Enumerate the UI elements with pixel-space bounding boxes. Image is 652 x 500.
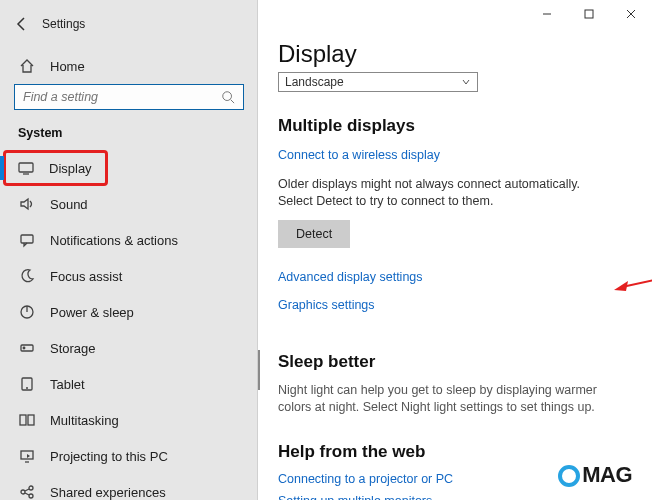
settings-sidebar: Settings Home System bbox=[0, 0, 258, 500]
detect-button[interactable]: Detect bbox=[278, 220, 350, 248]
logo-text: MAG bbox=[582, 462, 632, 488]
tablet-icon bbox=[18, 375, 36, 393]
svg-point-12 bbox=[29, 494, 33, 498]
back-button[interactable] bbox=[8, 10, 36, 38]
sidebar-item-focus[interactable]: Focus assist bbox=[0, 258, 258, 294]
multiple-displays-heading: Multiple displays bbox=[278, 116, 636, 136]
project-icon bbox=[18, 447, 36, 465]
sleep-better-heading: Sleep better bbox=[278, 352, 636, 372]
dropdown-value: Landscape bbox=[285, 75, 344, 89]
window-title: Settings bbox=[42, 17, 85, 31]
svg-rect-8 bbox=[28, 415, 34, 425]
help-heading: Help from the web bbox=[278, 442, 636, 462]
moon-icon bbox=[18, 267, 36, 285]
sidebar-item-label: Tablet bbox=[50, 377, 85, 392]
share-icon bbox=[18, 483, 36, 500]
help-link-monitors[interactable]: Setting up multiple monitors bbox=[278, 494, 636, 501]
search-input[interactable] bbox=[14, 84, 244, 110]
wireless-display-link[interactable]: Connect to a wireless display bbox=[278, 148, 636, 162]
sidebar-item-label: Focus assist bbox=[50, 269, 122, 284]
sidebar-item-tablet[interactable]: Tablet bbox=[0, 366, 258, 402]
sleep-better-desc: Night light can help you get to sleep by… bbox=[278, 382, 618, 416]
multitask-icon bbox=[18, 411, 36, 429]
chevron-down-icon bbox=[461, 77, 471, 87]
home-icon bbox=[18, 57, 36, 75]
close-button[interactable] bbox=[610, 0, 652, 28]
sidebar-item-label: Shared experiences bbox=[50, 485, 166, 500]
main-content: Display Landscape Multiple displays Conn… bbox=[258, 0, 652, 500]
svg-rect-2 bbox=[21, 235, 33, 243]
sidebar-item-label: Home bbox=[50, 59, 85, 74]
svg-rect-1 bbox=[19, 163, 33, 172]
advanced-display-link[interactable]: Advanced display settings bbox=[278, 270, 636, 284]
message-icon bbox=[18, 231, 36, 249]
speaker-icon bbox=[18, 195, 36, 213]
maximize-button[interactable] bbox=[568, 0, 610, 28]
svg-point-11 bbox=[29, 486, 33, 490]
sidebar-item-label: Notifications & actions bbox=[50, 233, 178, 248]
svg-rect-13 bbox=[585, 10, 593, 18]
sidebar-item-projecting[interactable]: Projecting to this PC bbox=[0, 438, 258, 474]
selection-indicator bbox=[0, 156, 4, 180]
search-icon bbox=[221, 90, 235, 104]
logo-ring-icon bbox=[558, 465, 580, 487]
sidebar-item-shared[interactable]: Shared experiences bbox=[0, 474, 258, 500]
monitor-icon bbox=[17, 159, 35, 177]
sidebar-item-sound[interactable]: Sound bbox=[0, 186, 258, 222]
sidebar-item-power[interactable]: Power & sleep bbox=[0, 294, 258, 330]
sidebar-item-storage[interactable]: Storage bbox=[0, 330, 258, 366]
orientation-dropdown[interactable]: Landscape bbox=[278, 72, 478, 92]
brand-logo: MAG bbox=[558, 462, 632, 488]
svg-point-5 bbox=[23, 347, 25, 349]
graphics-settings-link[interactable]: Graphics settings bbox=[278, 298, 636, 312]
svg-rect-7 bbox=[20, 415, 26, 425]
sidebar-item-label: Projecting to this PC bbox=[50, 449, 168, 464]
sidebar-item-label: Power & sleep bbox=[50, 305, 134, 320]
svg-point-10 bbox=[21, 490, 25, 494]
sidebar-item-label: Sound bbox=[50, 197, 88, 212]
search-field[interactable] bbox=[23, 90, 221, 104]
sidebar-item-label: Display bbox=[49, 161, 92, 176]
sidebar-item-notifications[interactable]: Notifications & actions bbox=[0, 222, 258, 258]
svg-point-0 bbox=[223, 92, 232, 101]
sidebar-section-header: System bbox=[0, 122, 258, 150]
minimize-button[interactable] bbox=[526, 0, 568, 28]
detect-hint-text: Older displays might not always connect … bbox=[278, 176, 618, 210]
sidebar-item-display[interactable]: Display bbox=[3, 150, 108, 186]
storage-icon bbox=[18, 339, 36, 357]
power-icon bbox=[18, 303, 36, 321]
sidebar-item-multitasking[interactable]: Multitasking bbox=[0, 402, 258, 438]
sidebar-item-home[interactable]: Home bbox=[0, 48, 258, 84]
page-title: Display bbox=[278, 40, 636, 68]
sidebar-item-label: Multitasking bbox=[50, 413, 119, 428]
sidebar-item-label: Storage bbox=[50, 341, 96, 356]
